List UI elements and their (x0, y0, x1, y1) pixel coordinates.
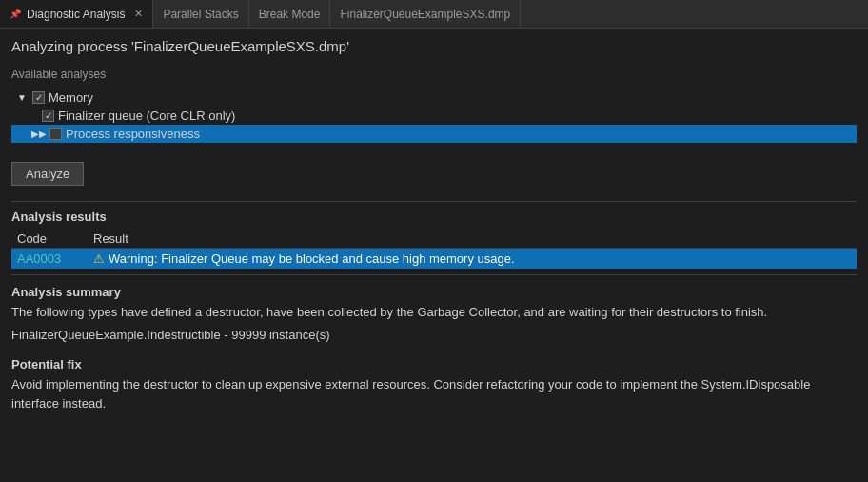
divider-2 (11, 274, 857, 275)
summary-text-2: FinalizerQueueExample.Indestructible - 9… (11, 326, 857, 345)
finalizer-queue-label: Finalizer queue (Core CLR only) (58, 109, 235, 123)
tab-label: Parallel Stacks (163, 8, 238, 21)
analysis-results-heading: Analysis results (11, 210, 857, 224)
potential-fix-text: Avoid implementing the destructor to cle… (11, 375, 857, 412)
main-content: Analyzing process 'FinalizerQueueExample… (0, 29, 868, 422)
process-responsiveness-expand[interactable]: ▶ (32, 129, 46, 139)
available-analyses-label: Available analyses (11, 68, 857, 81)
memory-expand-arrow[interactable] (15, 92, 29, 103)
col-header-code: Code (11, 230, 88, 249)
warning-icon: ⚠ (93, 251, 105, 266)
finalizer-queue-checkbox[interactable] (42, 110, 54, 122)
tree-item-process-responsiveness[interactable]: ▶ Process responsiveness (11, 125, 857, 143)
process-responsiveness-checkbox[interactable] (49, 128, 62, 140)
col-header-result: Result (88, 230, 857, 249)
summary-text-1: The following types have defined a destr… (11, 303, 857, 322)
analysis-summary-heading: Analysis summary (11, 285, 857, 299)
tab-bar: 📌 Diagnostic Analysis ✕ Parallel Stacks … (0, 0, 868, 29)
memory-label: Memory (49, 90, 93, 105)
available-analyses-section: Available analyses Memory Finalizer queu… (11, 68, 857, 143)
tab-label: Diagnostic Analysis (27, 8, 125, 21)
divider-1 (11, 201, 857, 202)
tab-label: FinalizerQueueExampleSXS.dmp (340, 8, 510, 21)
potential-fix-heading: Potential fix (11, 357, 857, 372)
analyze-button[interactable]: Analyze (11, 162, 84, 186)
tab-parallel-stacks[interactable]: Parallel Stacks (153, 0, 248, 28)
pin-icon: 📌 (10, 9, 21, 19)
tab-diagnostic-analysis[interactable]: 📌 Diagnostic Analysis ✕ (0, 0, 153, 28)
tab-break-mode[interactable]: Break Mode (249, 0, 331, 28)
result-code: AA0003 (11, 249, 88, 270)
close-icon[interactable]: ✕ (134, 8, 143, 20)
result-text: Warning: Finalizer Queue may be blocked … (108, 251, 515, 266)
tab-label: Break Mode (259, 8, 321, 21)
memory-checkbox[interactable] (32, 91, 45, 104)
page-title: Analyzing process 'FinalizerQueueExample… (11, 38, 857, 54)
tree-item-finalizer-queue[interactable]: Finalizer queue (Core CLR only) (11, 107, 857, 125)
result-message: ⚠Warning: Finalizer Queue may be blocked… (88, 249, 857, 270)
tree-item-memory[interactable]: Memory (11, 89, 857, 107)
process-responsiveness-label: Process responsiveness (66, 127, 200, 141)
results-table: Code Result AA0003 ⚠Warning: Finalizer Q… (11, 230, 857, 269)
table-row[interactable]: AA0003 ⚠Warning: Finalizer Queue may be … (11, 249, 857, 270)
tab-file[interactable]: FinalizerQueueExampleSXS.dmp (330, 0, 521, 28)
